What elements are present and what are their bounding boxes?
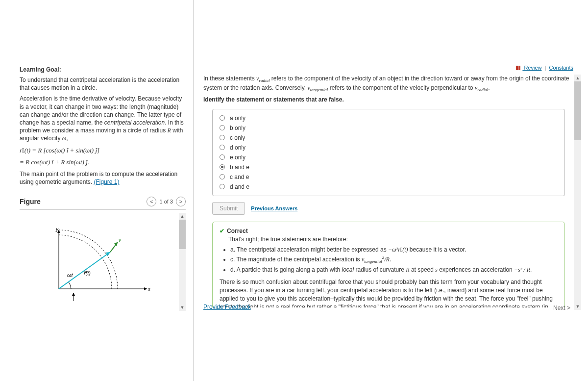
fb-a1: a. The centripetal acceleration might be… [230,246,388,253]
constants-link[interactable]: Constants [549,65,573,71]
feedback-title: Correct [227,228,248,234]
previous-answers-link[interactable]: Previous Answers [251,205,297,211]
option-label: d only [230,144,245,151]
var-omega: ω [62,135,66,142]
svg-marker-1 [144,287,147,290]
next-button[interactable]: Next > [553,305,570,311]
fig-label-v: v [119,237,122,243]
content-scrollbar[interactable]: ▲ ▼ [574,75,581,310]
feedback-bullet-a: a. The centripetal acceleration might be… [230,246,558,254]
feedback-subtitle: That's right; the true statements are th… [228,235,558,244]
feedback-header: ✔Correct [220,227,558,235]
svg-marker-5 [106,252,110,256]
flag-icon[interactable] [516,66,521,71]
option-label: c and e [230,174,249,180]
radio-icon[interactable] [220,115,225,121]
fb-d-local: local [342,266,354,273]
vtangential-1: vtangential [308,84,328,91]
option-row[interactable]: d and e [220,182,558,192]
option-row[interactable]: b and e [220,162,558,172]
fb-d-R: R [406,266,409,273]
left-panel: Learning Goal: To understand that centri… [0,0,194,381]
fb-a-eq: −ω²r⃗(t) [388,246,408,253]
formula-1: r⃗(t) = R [cos(ωt) î + sin(ωt) ĵ] [20,147,186,154]
radio-icon[interactable] [220,145,225,150]
scroll-down-icon[interactable]: ▼ [179,304,186,311]
figure-scrollbar[interactable]: ▲ ▼ [179,213,186,311]
acceleration-paragraph: Acceleration is the time derivative of v… [20,95,186,142]
radio-icon[interactable] [220,164,225,170]
option-row[interactable]: a only [220,113,558,123]
option-row[interactable]: b only [220,123,558,133]
top-links: Review | Constants [516,65,573,71]
svg-marker-9 [72,293,75,296]
options-group: a onlyb onlyc onlyd onlye onlyb and ec a… [212,109,565,196]
radio-icon[interactable] [220,135,225,140]
vradial-2: vradial [475,84,488,91]
links-separator: | [545,65,546,71]
submit-button[interactable]: Submit [212,202,245,215]
option-label: c only [230,134,245,141]
learning-goal-text: To understand that centripetal accelerat… [20,76,186,92]
radio-icon[interactable] [220,125,225,130]
figure-title: Figure [20,198,41,205]
svg-rect-10 [516,66,518,70]
outer-scroll-up-icon[interactable]: ▲ [574,75,581,81]
explain-1: There is so much confusion about centrif… [220,279,558,307]
figure-1-link[interactable]: (Figure 1) [94,178,119,185]
option-label: b only [230,125,245,131]
option-row[interactable]: d only [220,143,558,152]
figure-pager: < 1 of 3 > [147,197,186,206]
figure-next-button[interactable]: > [176,197,186,206]
fb-a2: because it is a vector. [408,246,466,253]
vradial-1: vradial [256,75,270,82]
check-icon: ✔ [220,228,224,234]
svg-rect-11 [518,66,520,70]
actions-row: Submit Previous Answers [212,202,573,215]
option-row[interactable]: e only [220,152,558,162]
option-row[interactable]: c and e [220,172,558,182]
prompt: Identify the statement or statements tha… [203,96,573,103]
fb-d3: at speed [410,266,436,273]
figure-body: y x ωt v r⃗(t) ▲ ▼ [20,213,186,316]
review-link[interactable]: Review [522,65,541,71]
figure-svg: y x ωt v r⃗(t) [44,225,157,308]
content-area: In these statements vradial refers to th… [203,75,573,307]
learning-goal-title: Learning Goal: [20,66,186,73]
option-label: b and e [230,164,249,171]
prompt-text: Identify the statement or statements tha… [203,96,344,103]
feedback-explain: There is so much confusion about centrif… [220,278,558,307]
provide-feedback-link[interactable]: Provide Feedback [203,304,251,310]
radio-icon[interactable] [220,174,225,179]
fb-c1: c. The magnitude of the centripetal acce… [230,256,362,263]
radio-icon[interactable] [220,184,225,189]
figure-header: Figure < 1 of 3 > [20,197,186,210]
outer-scroll-thumb[interactable] [574,81,581,140]
problem-intro: In these statements vradial refers to th… [203,75,573,93]
fb-d-eq: −s² / R [514,266,530,273]
fb-d2: radius of curvature [354,266,406,273]
fig-label-rt: r⃗(t) [83,270,91,276]
centripetal-em: centripetal acceleration [104,119,165,126]
scroll-up-icon[interactable]: ▲ [179,213,186,220]
page: Learning Goal: To understand that centri… [0,0,588,381]
option-label: d and e [230,183,249,190]
scroll-thumb[interactable] [179,220,186,249]
feedback-list: a. The centripetal acceleration might be… [230,246,558,275]
radio-icon[interactable] [220,154,225,160]
formula-2: = R cos(ωt) î + R sin(ωt) ĵ. [20,158,186,166]
right-panel: Review | Constants ▲ ▼ In these statemen… [194,0,588,381]
intro-c: refers to the component of the velocity … [328,84,475,91]
main-point-paragraph: The main point of the problem is to comp… [20,170,186,186]
fb-d4: experiences an acceleration [438,266,514,273]
outer-scroll-down-icon[interactable]: ▼ [574,303,581,310]
option-row[interactable]: c only [220,133,558,143]
fig-label-y: y [55,227,59,232]
feedback-bullet-c: c. The magnitude of the centripetal acce… [230,254,558,265]
feedback-box: ✔Correct That's right; the true statemen… [212,222,565,307]
fb-c-eq: vtangential2/R [362,256,390,263]
feedback-bullet-d: d. A particle that is going along a path… [230,266,558,274]
option-label: a only [230,115,245,122]
var-R: R [167,127,171,134]
figure-prev-button[interactable]: < [147,197,156,206]
